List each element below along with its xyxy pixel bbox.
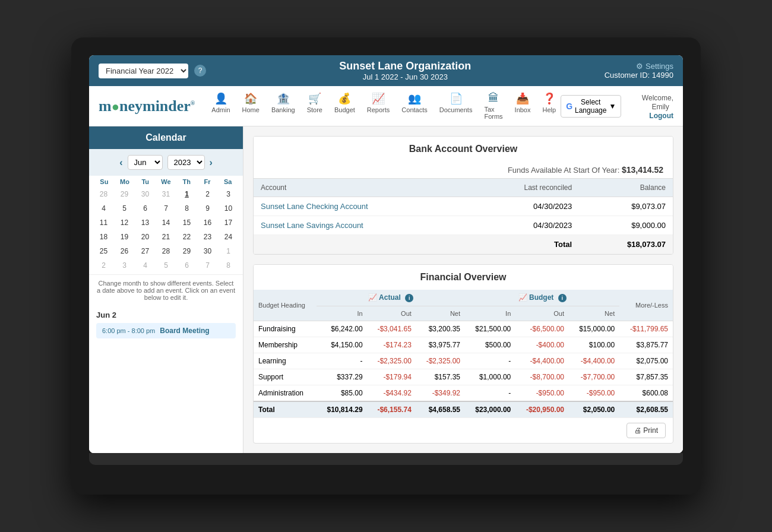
cal-day[interactable]: 10 — [219, 202, 238, 215]
nav-item-inbox[interactable]: 📥 Inbox — [510, 90, 536, 122]
nav-item-admin[interactable]: 👤 Admin — [207, 90, 235, 122]
cal-day[interactable]: 29 — [115, 188, 134, 201]
date-range: Jul 1 2022 - Jun 30 2023 — [339, 72, 471, 81]
fiscal-year-select[interactable]: Financial Year 2022 Financial Year 2023 — [99, 64, 188, 78]
fin-total-row: Total $10,814.29 -$6,155.74 $4,658.55 $2… — [254, 401, 673, 418]
cal-day[interactable]: 5 — [156, 259, 176, 272]
cal-day[interactable]: 2 — [198, 188, 217, 201]
cal-day[interactable]: 7 — [156, 202, 176, 215]
cal-day[interactable]: 11 — [94, 216, 113, 229]
cal-day[interactable]: 9 — [198, 202, 217, 215]
col-budget-in: In — [465, 306, 515, 321]
logout-link[interactable]: Logout — [649, 112, 673, 120]
cal-day[interactable]: 28 — [156, 245, 176, 258]
cal-day[interactable]: 3 — [115, 259, 134, 272]
cal-day[interactable]: 15 — [177, 216, 197, 229]
actual-info-icon[interactable]: i — [405, 294, 413, 302]
cal-day[interactable]: 24 — [219, 230, 238, 243]
nav-item-store[interactable]: 🛒 Store — [302, 90, 327, 122]
act-in: $337.29 — [317, 369, 367, 385]
cal-day[interactable]: 1 — [177, 188, 197, 201]
nav-item-home[interactable]: 🏠 Home — [238, 90, 264, 122]
cal-day[interactable]: 30 — [198, 245, 217, 258]
cal-day[interactable]: 25 — [94, 245, 113, 258]
col-actual-in: In — [317, 306, 367, 321]
nav-item-reports[interactable]: 📈 Reports — [362, 90, 395, 122]
settings-link[interactable]: ⚙ Settings — [636, 62, 673, 71]
print-button[interactable]: 🖨 Print — [627, 423, 666, 438]
nav-label-banking: Banking — [271, 106, 295, 113]
act-in: - — [317, 353, 367, 369]
cal-day[interactable]: 30 — [135, 188, 155, 201]
nav-item-budget[interactable]: 💰 Budget — [330, 90, 360, 122]
calendar-year-select[interactable]: 202220232024 — [167, 155, 205, 170]
cal-day[interactable]: 17 — [219, 216, 238, 229]
cal-day[interactable]: 2 — [94, 259, 113, 272]
cal-day[interactable]: 8 — [219, 259, 238, 272]
total-bud-net: $2,050.00 — [569, 401, 619, 418]
cal-day[interactable]: 5 — [115, 202, 134, 215]
nav-label-contacts: Contacts — [401, 106, 427, 113]
cal-day[interactable]: 18 — [94, 230, 113, 243]
bud-in: $500.00 — [465, 337, 515, 353]
row-heading: Learning — [254, 353, 317, 369]
cal-day[interactable]: 21 — [156, 230, 176, 243]
cal-day[interactable]: 13 — [135, 216, 155, 229]
event-time: 6:00 pm - 8:00 pm — [102, 327, 155, 334]
cal-day[interactable]: 1 — [219, 245, 238, 258]
home-icon: 🏠 — [244, 92, 257, 105]
nav-item-taxforms[interactable]: 🏛 Tax Forms — [479, 90, 507, 122]
act-net: $3,975.77 — [416, 337, 465, 353]
calendar-event-item[interactable]: 6:00 pm - 8:00 pm Board Meeting — [96, 323, 236, 338]
cal-day[interactable]: 6 — [135, 202, 155, 215]
cal-day[interactable]: 22 — [177, 230, 197, 243]
sidebar: Calendar ‹ JanFebMar AprMayJun JulAugSep… — [89, 126, 243, 453]
bud-out: -$950.00 — [515, 385, 569, 402]
cal-day[interactable]: 29 — [177, 245, 197, 258]
funds-available: Funds Available At Start Of Year: $13,41… — [254, 162, 673, 179]
bank-total-row: Total $18,073.07 — [254, 235, 673, 254]
fin-row-learning: Learning - -$2,325.00 -$2,325.00 - -$4,4… — [254, 353, 673, 369]
cal-day[interactable]: 14 — [156, 216, 176, 229]
bud-in: $1,000.00 — [465, 369, 515, 385]
day-header-mo: Mo — [115, 178, 135, 185]
cal-day[interactable]: 12 — [115, 216, 134, 229]
budget-info-icon[interactable]: i — [558, 294, 567, 302]
act-in: $4,150.00 — [317, 337, 367, 353]
cal-day[interactable]: 8 — [177, 202, 197, 215]
nav-label-documents: Documents — [439, 106, 473, 113]
account-link-1[interactable]: Sunset Lane Checking Account — [261, 202, 368, 211]
cal-day[interactable]: 16 — [198, 216, 217, 229]
cal-day[interactable]: 6 — [177, 259, 197, 272]
row-heading: Fundraising — [254, 321, 317, 337]
cal-day[interactable]: 3 — [219, 188, 238, 201]
more-less: $3,875.77 — [619, 337, 673, 353]
cal-day[interactable]: 4 — [94, 202, 113, 215]
cal-day[interactable]: 4 — [135, 259, 155, 272]
nav-item-banking[interactable]: 🏦 Banking — [267, 90, 300, 122]
more-less: $7,857.35 — [619, 369, 673, 385]
bank-overview-title: Bank Account Overview — [254, 137, 673, 162]
nav-item-help[interactable]: ❓ Help — [538, 90, 561, 122]
help-icon[interactable]: ? — [194, 65, 206, 77]
cal-day[interactable]: 28 — [94, 188, 113, 201]
cal-day[interactable]: 31 — [156, 188, 176, 201]
cal-day[interactable]: 26 — [115, 245, 134, 258]
cal-day[interactable]: 27 — [135, 245, 155, 258]
calendar-month-select[interactable]: JanFebMar AprMayJun JulAugSep OctNovDec — [128, 155, 163, 170]
account-link-2[interactable]: Sunset Lane Savings Account — [261, 221, 363, 230]
bud-net: $100.00 — [569, 337, 619, 353]
nav-item-contacts[interactable]: 👥 Contacts — [397, 90, 432, 122]
calendar-prev-button[interactable]: ‹ — [119, 157, 122, 168]
nav-right: G Select Language ▼ Welcome, Emily Logou… — [561, 92, 673, 120]
total-act-net: $4,658.55 — [416, 401, 465, 418]
calendar-next-button[interactable]: › — [210, 157, 213, 168]
table-row: Sunset Lane Checking Account 04/30/2023 … — [254, 197, 673, 216]
cal-day[interactable]: 19 — [115, 230, 134, 243]
cal-day[interactable]: 20 — [135, 230, 155, 243]
nav-item-documents[interactable]: 📄 Documents — [435, 90, 477, 122]
cal-day[interactable]: 7 — [198, 259, 217, 272]
col-more-less: More/-Less — [619, 290, 673, 321]
language-select-button[interactable]: G Select Language ▼ — [561, 95, 621, 118]
cal-day[interactable]: 23 — [198, 230, 217, 243]
